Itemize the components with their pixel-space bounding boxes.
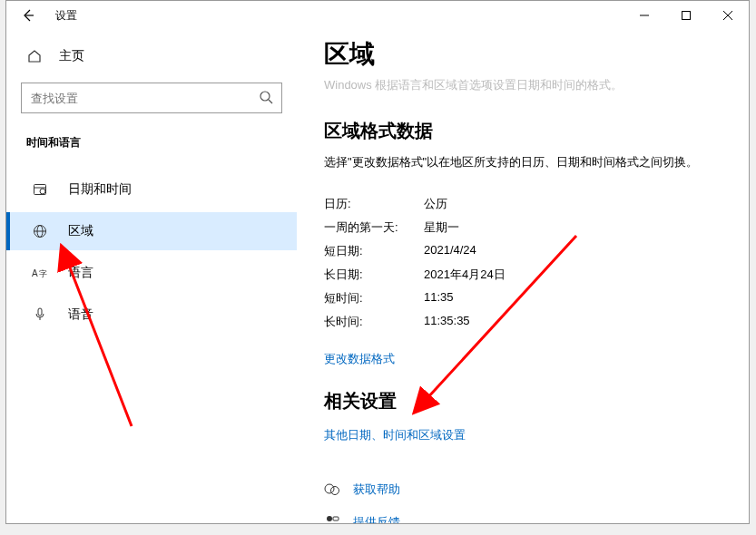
table-row: 长日期:2021年4月24日 xyxy=(324,263,722,287)
home-icon xyxy=(26,48,43,64)
sidebar-item-speech[interactable]: 语音 xyxy=(6,296,297,334)
window-title: 设置 xyxy=(55,8,77,24)
search-input[interactable] xyxy=(21,83,282,113)
svg-rect-19 xyxy=(333,517,339,520)
feedback-icon xyxy=(324,514,340,523)
language-icon: A字 xyxy=(32,265,48,281)
sidebar-item-region[interactable]: 区域 xyxy=(6,212,297,250)
sidebar-item-label: 语言 xyxy=(68,265,93,281)
get-help-link[interactable]: 获取帮助 xyxy=(324,482,722,498)
svg-point-17 xyxy=(331,487,339,495)
truncated-text: Windows 根据语言和区域首选项设置日期和时间的格式。 xyxy=(324,77,722,93)
home-label: 主页 xyxy=(59,48,84,64)
svg-text:A: A xyxy=(32,268,38,278)
subheading-format-data: 区域格式数据 xyxy=(324,119,722,143)
page-heading: 区域 xyxy=(324,37,722,72)
feedback-label: 提供反馈 xyxy=(353,514,400,523)
search-row xyxy=(21,83,282,113)
svg-line-5 xyxy=(269,100,272,103)
svg-point-8 xyxy=(40,189,45,194)
minimize-button[interactable] xyxy=(623,1,665,30)
microphone-icon xyxy=(32,306,48,323)
clock-icon xyxy=(32,181,48,198)
related-heading: 相关设置 xyxy=(324,389,722,413)
svg-point-16 xyxy=(325,484,334,493)
table-row: 短日期:2021/4/24 xyxy=(324,239,722,263)
svg-point-18 xyxy=(327,516,332,521)
globe-icon xyxy=(32,223,48,239)
format-description: 选择"更改数据格式"以在地区所支持的日历、日期和时间格式之间切换。 xyxy=(324,154,722,170)
feedback-link[interactable]: 提供反馈 xyxy=(324,514,722,523)
svg-rect-1 xyxy=(682,12,691,20)
table-row: 一周的第一天:星期一 xyxy=(324,216,722,239)
sidebar-item-language[interactable]: A字 语言 xyxy=(6,254,297,292)
home-button[interactable]: 主页 xyxy=(21,41,282,72)
table-row: 短时间:11:35 xyxy=(324,287,722,310)
search-icon xyxy=(259,90,273,104)
svg-text:字: 字 xyxy=(39,269,47,278)
settings-window: 设置 主页 时间和语言 xyxy=(5,0,750,524)
sidebar-section-title: 时间和语言 xyxy=(26,135,282,151)
titlebar: 设置 xyxy=(6,1,749,30)
help-icon xyxy=(324,482,340,498)
svg-rect-14 xyxy=(38,308,42,316)
sidebar-item-label: 区域 xyxy=(68,223,93,239)
change-format-link[interactable]: 更改数据格式 xyxy=(324,351,395,367)
back-button[interactable] xyxy=(17,5,39,26)
close-button[interactable] xyxy=(707,1,749,30)
sidebar-item-datetime[interactable]: 日期和时间 xyxy=(6,170,297,209)
sidebar: 主页 时间和语言 日期和时间 区域 xyxy=(6,30,297,523)
table-row: 日历:公历 xyxy=(324,192,722,216)
content-area: 区域 Windows 根据语言和区域首选项设置日期和时间的格式。 区域格式数据 … xyxy=(297,30,749,523)
format-data-table: 日历:公历 一周的第一天:星期一 短日期:2021/4/24 长日期:2021年… xyxy=(324,192,722,334)
sidebar-item-label: 日期和时间 xyxy=(68,181,132,198)
table-row: 长时间:11:35:35 xyxy=(324,310,722,334)
sidebar-item-label: 语音 xyxy=(68,306,93,323)
related-settings-link[interactable]: 其他日期、时间和区域设置 xyxy=(324,427,466,443)
maximize-button[interactable] xyxy=(665,1,707,30)
help-label: 获取帮助 xyxy=(353,482,400,498)
svg-point-4 xyxy=(260,92,270,101)
